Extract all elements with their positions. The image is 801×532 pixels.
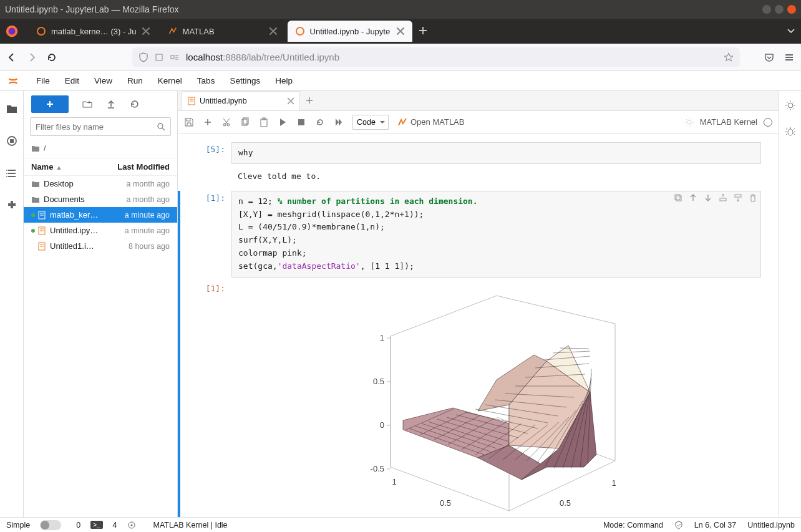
menu-view[interactable]: View: [87, 72, 120, 89]
code-cell-selected[interactable]: [1]: n = 12; % number of partitions in e…: [187, 191, 761, 278]
toc-icon[interactable]: [6, 167, 18, 180]
tab-overflow-button[interactable]: [786, 26, 796, 37]
celltype-select[interactable]: Code: [352, 115, 389, 130]
status-four: 4: [113, 521, 117, 530]
delete-icon[interactable]: [749, 193, 757, 202]
svg-text:0.5: 0.5: [372, 377, 384, 386]
back-button[interactable]: [6, 52, 17, 63]
file-row-selected[interactable]: matlab_ker… a minute ago: [24, 207, 177, 223]
doc-tab[interactable]: Untitled.ipynb: [182, 91, 300, 110]
lsp-icon[interactable]: [127, 521, 136, 530]
browser-tab[interactable]: matlab_kerne… (3) - Ju: [29, 21, 158, 42]
simple-toggle[interactable]: [40, 520, 61, 530]
add-cell-icon[interactable]: [203, 117, 213, 127]
move-up-icon[interactable]: [689, 193, 697, 202]
kernel-name[interactable]: MATLAB Kernel: [700, 117, 757, 127]
duplicate-icon[interactable]: [674, 193, 682, 202]
new-launcher-button[interactable]: [31, 95, 69, 113]
svg-text:1: 1: [611, 478, 616, 488]
cut-icon[interactable]: [221, 117, 231, 127]
menu-help[interactable]: Help: [268, 72, 300, 89]
paste-icon[interactable]: [259, 117, 269, 127]
mode-indicator: Mode: Command: [603, 521, 663, 530]
svg-text:0.5: 0.5: [439, 498, 450, 508]
svg-point-9: [6, 173, 7, 174]
input-prompt: [1]:: [187, 191, 231, 278]
save-icon[interactable]: [184, 117, 194, 127]
code-input[interactable]: n = 12; % number of partitions in each d…: [231, 191, 761, 278]
property-inspector-icon[interactable]: [785, 100, 796, 111]
cell-select-bar: [178, 191, 180, 517]
gear-icon[interactable]: [685, 118, 694, 127]
debugger-icon[interactable]: [785, 126, 796, 137]
browser-tab[interactable]: MATLAB: [160, 21, 285, 42]
refresh-icon[interactable]: [130, 99, 140, 109]
code-cell[interactable]: [5]: why: [187, 142, 761, 164]
svg-point-3: [296, 27, 304, 35]
menu-settings[interactable]: Settings: [222, 72, 268, 89]
close-window-button[interactable]: [787, 5, 796, 14]
menu-kernel[interactable]: Kernel: [150, 72, 190, 89]
file-row[interactable]: Untitled.ipy… a minute ago: [24, 223, 177, 238]
file-row[interactable]: Documents a month ago: [24, 191, 177, 207]
menu-file[interactable]: File: [29, 72, 57, 89]
svg-point-42: [788, 103, 793, 108]
breadcrumb[interactable]: /: [24, 141, 177, 158]
svg-rect-26: [720, 198, 726, 201]
filter-input[interactable]: [30, 117, 171, 136]
maximize-button[interactable]: [775, 5, 784, 14]
insert-below-icon[interactable]: [734, 193, 742, 202]
upload-icon[interactable]: [106, 99, 116, 109]
kernel-status: MATLAB Kernel | Idle: [153, 521, 228, 530]
minimize-button[interactable]: [762, 5, 771, 14]
add-tab-button[interactable]: [300, 91, 319, 110]
menu-bar: File Edit View Run Kernel Tabs Settings …: [29, 72, 300, 89]
window-title: Untitled.ipynb - JupyterLab — Mozilla Fi…: [5, 4, 179, 14]
pocket-icon[interactable]: [764, 52, 775, 63]
close-icon[interactable]: [287, 97, 294, 105]
close-icon[interactable]: [396, 27, 405, 36]
url-bar[interactable]: localhost:8888/lab/tree/Untitled.ipynb: [132, 47, 740, 67]
run-icon[interactable]: [278, 117, 288, 127]
new-tab-button[interactable]: [415, 22, 431, 41]
col-modified[interactable]: Last Modified: [117, 162, 170, 172]
open-matlab-button[interactable]: Open MATLAB: [397, 117, 464, 127]
move-down-icon[interactable]: [704, 193, 712, 202]
file-row[interactable]: Untitled1.i… 8 hours ago: [24, 238, 177, 254]
menu-run[interactable]: Run: [120, 72, 150, 89]
app-menu-icon[interactable]: [784, 52, 795, 63]
matlab-icon: [397, 117, 407, 127]
stop-icon[interactable]: [296, 117, 306, 127]
doc-tab-label: Untitled.ipynb: [200, 97, 247, 105]
forward-button[interactable]: [26, 52, 37, 63]
trust-icon[interactable]: [674, 521, 683, 530]
running-dot-icon: [31, 229, 35, 233]
jupyter-menubar: File Edit View Run Kernel Tabs Settings …: [0, 71, 801, 91]
col-name[interactable]: Name▲: [31, 162, 62, 172]
code-input[interactable]: why: [231, 142, 761, 164]
close-icon[interactable]: [142, 27, 150, 36]
file-row[interactable]: Desktop a month ago: [24, 176, 177, 191]
running-icon[interactable]: [6, 135, 18, 147]
bookmark-star-icon[interactable]: [724, 52, 734, 62]
extensions-icon[interactable]: [6, 200, 18, 212]
close-icon[interactable]: [269, 27, 278, 36]
run-all-icon[interactable]: [334, 117, 344, 127]
menu-tabs[interactable]: Tabs: [190, 72, 223, 89]
terminal-icon[interactable]: >_: [90, 521, 102, 529]
folder-icon[interactable]: [6, 102, 18, 115]
browser-tab-active[interactable]: Untitled.ipynb - Jupyte: [288, 21, 412, 42]
reload-button[interactable]: [46, 52, 57, 63]
svg-text:0: 0: [379, 420, 384, 430]
svg-point-8: [6, 170, 7, 171]
new-folder-icon[interactable]: [82, 99, 92, 109]
svg-rect-5: [171, 56, 174, 59]
svg-rect-4: [156, 54, 162, 60]
menu-edit[interactable]: Edit: [57, 72, 87, 89]
copy-icon[interactable]: [240, 117, 250, 127]
restart-icon[interactable]: [315, 117, 325, 127]
notebook-body[interactable]: [5]: why Cleve told me to. [1]:: [178, 133, 779, 517]
insert-above-icon[interactable]: [719, 193, 727, 202]
filter-field[interactable]: [36, 122, 157, 132]
svg-rect-24: [675, 195, 680, 200]
